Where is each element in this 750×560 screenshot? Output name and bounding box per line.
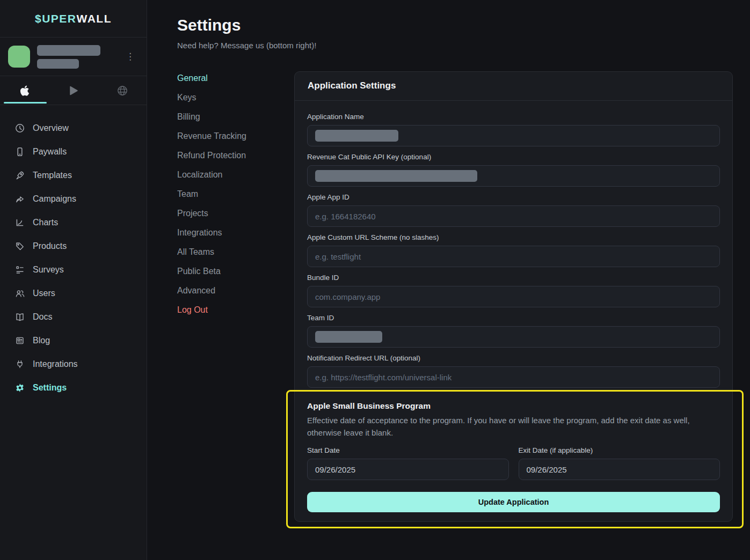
play-icon: [67, 84, 80, 97]
page-title: Settings: [177, 16, 733, 34]
sidebar-item-label: Blog: [33, 336, 50, 345]
app-avatar: [8, 46, 30, 68]
redacted-value-bar: [315, 130, 398, 142]
logo-accent-text: $UPER: [35, 12, 77, 25]
sidebar-item-surveys[interactable]: Surveys: [0, 258, 147, 282]
start-date-input[interactable]: [307, 459, 509, 480]
apple-app-id-label: Apple App ID: [307, 193, 720, 202]
tag-icon: [14, 241, 25, 252]
settings-nav-all-teams[interactable]: All Teams: [177, 246, 294, 257]
apple-url-scheme-label: Apple Custom URL Scheme (no slashes): [307, 233, 720, 242]
sidebar-nav: Overview Paywalls Templates Campaigns Ch…: [0, 105, 147, 400]
sidebar-item-templates[interactable]: Templates: [0, 164, 147, 187]
settings-nav-advanced[interactable]: Advanced: [177, 285, 294, 296]
page-subtitle: Need help? Message us (bottom right)!: [177, 41, 733, 50]
book-icon: [14, 312, 25, 322]
team-id-label: Team ID: [307, 314, 720, 322]
phone-icon: [14, 147, 25, 157]
start-date-label: Start Date: [307, 446, 509, 455]
sidebar-item-label: Paywalls: [33, 147, 67, 157]
settings-nav-team[interactable]: Team: [177, 188, 294, 200]
tab-google-play[interactable]: [49, 76, 98, 105]
active-tab-indicator: [4, 102, 47, 104]
sidebar-item-products[interactable]: Products: [0, 234, 147, 258]
line-chart-icon: [14, 218, 25, 228]
apple-app-id-input[interactable]: [307, 205, 720, 227]
app-name-redacted: [37, 45, 115, 69]
sidebar-item-integrations[interactable]: Integrations: [0, 352, 147, 376]
notification-redirect-url-label: Notification Redirect URL (optional): [307, 354, 720, 363]
exit-date-label: Exit Date (if applicable): [519, 446, 720, 455]
redacted-app-title-bar: [37, 45, 100, 56]
application-name-input[interactable]: [307, 125, 720, 146]
sidebar-item-docs[interactable]: Docs: [0, 305, 147, 329]
redacted-value-bar: [315, 331, 382, 343]
sidebar-item-label: Surveys: [33, 265, 64, 275]
main-content: Settings Need help? Message us (bottom r…: [147, 0, 750, 560]
team-id-input[interactable]: [307, 326, 720, 348]
bundle-id-input[interactable]: [307, 286, 720, 307]
settings-nav-log-out[interactable]: Log Out: [177, 304, 294, 315]
settings-nav-projects[interactable]: Projects: [177, 208, 294, 219]
kebab-menu-icon[interactable]: ⋮: [122, 50, 138, 63]
redacted-value-bar: [315, 170, 477, 182]
checklist-icon: [14, 265, 25, 275]
sidebar-item-blog[interactable]: Blog: [0, 329, 147, 352]
plug-icon: [14, 359, 25, 370]
small-business-description: Effective date of acceptance to the prog…: [307, 414, 719, 439]
revenuecat-api-key-label: Revenue Cat Public API Key (optional): [307, 153, 720, 161]
people-icon: [14, 289, 25, 299]
sidebar-item-label: Campaigns: [33, 194, 76, 204]
card-title: Application Settings: [295, 72, 732, 101]
tab-apple[interactable]: [0, 76, 49, 105]
settings-nav-keys[interactable]: Keys: [177, 92, 294, 103]
redacted-app-subtitle-bar: [37, 59, 79, 69]
apple-icon: [19, 85, 30, 97]
clock-icon: [14, 123, 25, 134]
settings-nav-refund-protection[interactable]: Refund Protection: [177, 150, 294, 161]
sidebar-item-overview[interactable]: Overview: [0, 116, 147, 140]
sidebar-item-label: Docs: [33, 312, 52, 322]
tab-web[interactable]: [98, 76, 147, 105]
apple-url-scheme-input[interactable]: [307, 246, 720, 267]
gear-icon: [14, 383, 25, 393]
forward-arrow-icon: [14, 194, 25, 204]
newspaper-icon: [14, 336, 25, 346]
sidebar-item-campaigns[interactable]: Campaigns: [0, 187, 147, 211]
apple-small-business-section: Apple Small Business Program Effective d…: [307, 402, 720, 512]
globe-icon: [116, 85, 128, 97]
rocket-icon: [14, 171, 25, 181]
sidebar-item-label: Templates: [33, 171, 72, 180]
sidebar-item-label: Integrations: [33, 359, 78, 369]
sidebar-item-label: Overview: [33, 123, 69, 133]
settings-nav-revenue-tracking[interactable]: Revenue Tracking: [177, 130, 294, 142]
bundle-id-label: Bundle ID: [307, 274, 720, 282]
logo-rest-text: WALL: [77, 12, 112, 25]
application-settings-card: Application Settings Application Name Re…: [294, 71, 733, 522]
superwall-settings-page: $UPERWALL ⋮: [0, 0, 750, 560]
app-selector[interactable]: ⋮: [0, 38, 147, 76]
sidebar-item-label: Users: [33, 289, 55, 298]
sidebar-item-label: Settings: [33, 383, 67, 393]
application-name-label: Application Name: [307, 113, 720, 121]
sidebar-item-charts[interactable]: Charts: [0, 211, 147, 234]
small-business-title: Apple Small Business Program: [307, 402, 720, 410]
notification-redirect-url-input[interactable]: [307, 366, 720, 388]
sidebar-item-users[interactable]: Users: [0, 282, 147, 305]
update-application-button[interactable]: Update Application: [307, 492, 720, 512]
sidebar-item-label: Products: [33, 241, 67, 251]
settings-nav: General Keys Billing Revenue Tracking Re…: [177, 71, 294, 522]
settings-nav-localization[interactable]: Localization: [177, 169, 294, 180]
revenuecat-api-key-input[interactable]: [307, 165, 720, 187]
settings-nav-billing[interactable]: Billing: [177, 111, 294, 122]
superwall-logo[interactable]: $UPERWALL: [0, 0, 147, 38]
sidebar-item-settings[interactable]: Settings: [0, 376, 147, 400]
exit-date-input[interactable]: [519, 459, 720, 480]
sidebar: $UPERWALL ⋮: [0, 0, 147, 560]
settings-nav-integrations[interactable]: Integrations: [177, 227, 294, 238]
sidebar-item-paywalls[interactable]: Paywalls: [0, 140, 147, 164]
settings-nav-public-beta[interactable]: Public Beta: [177, 266, 294, 277]
sidebar-item-label: Charts: [33, 218, 58, 227]
settings-nav-general[interactable]: General: [177, 72, 294, 84]
platform-tabs: [0, 76, 147, 105]
